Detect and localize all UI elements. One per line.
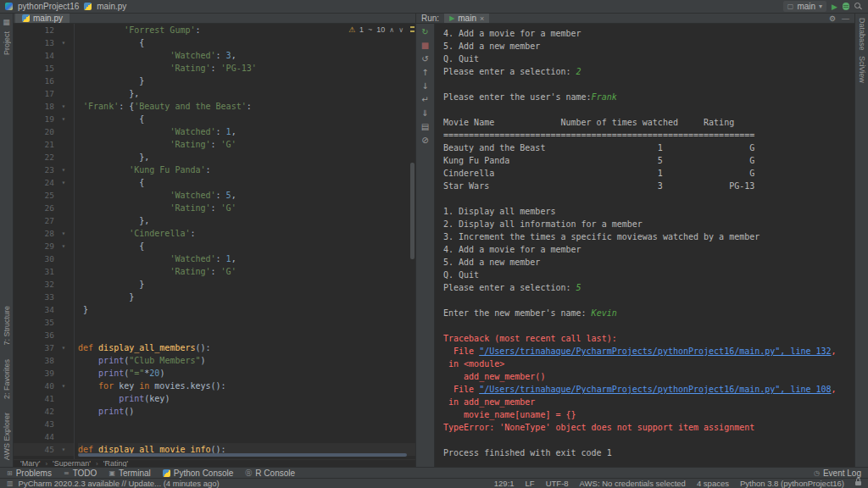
stop-icon[interactable]: ■ (421, 41, 429, 50)
gutter-row: 14 (14, 49, 74, 62)
status-item[interactable]: Python 3.8 (pythonProject16) (740, 479, 844, 488)
debug-button[interactable] (843, 3, 849, 10)
soft-wrap-icon[interactable]: ↵ (421, 95, 428, 104)
warning-stripe-mark[interactable] (410, 26, 415, 28)
console-text: Cinderella 1 G (443, 169, 754, 178)
fold-spacer (54, 316, 73, 329)
vertical-scrollbar[interactable] (409, 24, 415, 459)
line-number: 43 (14, 418, 54, 430)
horizontal-scrollbar[interactable] (78, 453, 407, 457)
line-number: 36 (14, 329, 54, 341)
code-token: : (211, 140, 221, 149)
status-item[interactable]: LF (526, 479, 535, 488)
tool-button-todo[interactable]: ≡TODO (64, 469, 97, 478)
run-tab-main[interactable]: ▶ main × (444, 14, 489, 23)
tool-button-label: TODO (73, 469, 97, 478)
line-number: 40 (14, 380, 54, 392)
code-line: } (78, 75, 415, 87)
code-line: def display_all_members(): (78, 341, 415, 354)
console-text: , (832, 347, 837, 356)
run-button[interactable]: ▶ (832, 3, 837, 11)
pycharm-logo-icon (5, 3, 13, 10)
code-token: 'Watched' (170, 191, 215, 200)
gutter-row: 41 (14, 392, 74, 405)
editor-tab-main-py[interactable]: main.py (15, 14, 70, 23)
stripe-button--favorites[interactable]: 2: Favorites (3, 359, 11, 399)
stripe-button-project[interactable]: Project (3, 31, 11, 55)
print-icon[interactable]: ▤ (421, 122, 429, 131)
console-text: ========================================… (443, 130, 754, 140)
prev-warning-icon[interactable]: ∧ (389, 26, 394, 34)
down-stack-trace-icon[interactable]: ↓ (421, 81, 428, 91)
fold-icon[interactable]: ▾ (54, 113, 73, 125)
fold-spacer (54, 329, 73, 341)
console-line: 5. Add a new member (443, 256, 854, 269)
console-line: Q. Quit (443, 53, 854, 65)
run-icon: ▶ (449, 14, 454, 22)
console-text: Beauty and the Beast 1 G (443, 143, 754, 152)
stripe-button-sciview[interactable]: SciView (858, 56, 866, 83)
code-token: } (129, 292, 134, 302)
tool-button-terminal[interactable]: ▣Terminal (108, 469, 150, 478)
rerun-icon[interactable]: ↻ (421, 27, 428, 36)
stripe-button-database[interactable]: Database (858, 18, 866, 51)
fold-icon[interactable]: ▾ (54, 341, 73, 354)
console-line (443, 294, 854, 307)
fold-icon[interactable]: ▾ (54, 100, 73, 113)
run-config-selector[interactable]: ▢ main ▾ (783, 1, 826, 12)
clear-all-icon[interactable]: ⊘ (421, 136, 428, 145)
console-text: Q. Quit (443, 270, 479, 280)
up-stack-trace-icon[interactable]: ↑ (421, 68, 428, 77)
code-token: print (98, 369, 124, 378)
search-everywhere-icon[interactable] (854, 3, 863, 11)
stripe-button--structure[interactable]: 7: Structure (3, 306, 11, 346)
settings-gear-icon[interactable]: ⚙ (829, 14, 836, 23)
status-item[interactable]: 4 spaces (697, 479, 729, 488)
fold-spacer (54, 125, 73, 138)
status-message[interactable]: PyCharm 2020.2.3 available // Update... … (19, 479, 220, 488)
tool-button-problems[interactable]: ⊞Problems (7, 469, 52, 478)
code-line: 'Watched': 1, (78, 125, 415, 138)
console-line: Kung Fu Panda 5 G (443, 154, 854, 167)
fold-icon[interactable]: ▾ (54, 380, 73, 392)
fold-icon[interactable]: ▾ (54, 227, 73, 240)
scroll-to-end-icon[interactable]: ⇓ (421, 108, 428, 118)
inspection-widget[interactable]: ⚠1 ~10 ∧ ∨ (348, 25, 403, 34)
status-item[interactable]: AWS: No credentials selected (580, 479, 686, 488)
project-tool-icon[interactable]: ▦ (3, 18, 10, 26)
tool-button-python-console[interactable]: Python Console (163, 469, 234, 478)
close-icon[interactable]: × (480, 14, 484, 23)
console-line: 2. Display all information for a member (443, 218, 854, 230)
traceback-link[interactable]: "/Users/trinahaque/PycharmProjects/pytho… (479, 347, 831, 356)
code-token: ) (164, 394, 170, 403)
console-output[interactable]: 4. Add a movie for a member5. Add a new … (435, 24, 854, 467)
fold-icon[interactable]: ▾ (54, 443, 73, 456)
code-line (78, 418, 415, 430)
status-item[interactable]: 129:1 (494, 479, 515, 488)
fold-icon[interactable]: ▾ (54, 240, 73, 252)
tool-window-switcher-icon[interactable]: ▥ (7, 480, 14, 487)
code-token: : (216, 51, 226, 60)
fold-icon[interactable]: ▾ (54, 36, 73, 49)
status-bar-left: ▥ PyCharm 2020.2.3 available // Update..… (7, 479, 220, 488)
fold-icon[interactable]: ▾ (54, 164, 73, 176)
console-line: 5. Add a new member (443, 40, 854, 53)
hide-panel-icon[interactable]: — (842, 14, 849, 23)
event-log-label: Event Log (823, 469, 861, 478)
console-text: Process finished with exit code 1 (443, 448, 612, 458)
lock-icon[interactable] (855, 481, 861, 485)
code-editor[interactable]: 1213▾1415161718▾19▾20212223▾24▾25262728▾… (14, 24, 415, 459)
restore-layout-icon[interactable]: ↺ (421, 54, 428, 64)
next-warning-icon[interactable]: ∨ (398, 26, 403, 34)
console-text: Kung Fu Panda 5 G (443, 156, 754, 165)
event-log-button[interactable]: ◷ Event Log (814, 469, 861, 478)
warning-stripe-mark[interactable] (410, 30, 415, 32)
fold-icon[interactable]: ▾ (54, 176, 73, 189)
tool-button-label: Problems (16, 469, 52, 478)
traceback-link[interactable]: "/Users/trinahaque/PycharmProjects/pytho… (479, 385, 831, 394)
stripe-button-aws-explorer[interactable]: AWS Explorer (3, 413, 11, 460)
tool-button-r-console[interactable]: ⓇR Console (245, 469, 295, 478)
status-item[interactable]: UTF-8 (546, 479, 569, 488)
gutter-row: 23▾ (14, 164, 74, 176)
scrollbar-thumb[interactable] (410, 163, 415, 258)
